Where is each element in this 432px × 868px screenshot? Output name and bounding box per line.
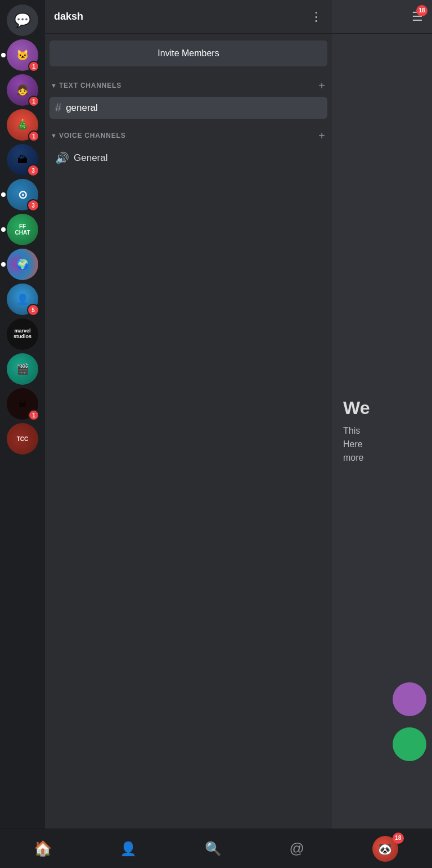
hash-icon: #	[55, 101, 61, 114]
unread-badge: 1	[28, 410, 39, 421]
server-icon-ff[interactable]: FFCHAT	[7, 214, 38, 245]
server-icon-film[interactable]: 🎬	[7, 353, 38, 385]
channel-general[interactable]: # general	[50, 97, 327, 119]
server-icon-anime2[interactable]: 👤 5	[7, 284, 38, 315]
server-icon-pirate[interactable]: 🖥 ☠ 1	[7, 388, 38, 420]
search-icon: 🔍	[205, 841, 222, 857]
friends-icon: 👤	[120, 841, 137, 857]
nav-mentions[interactable]: @	[290, 840, 304, 857]
text-channels-label: TEXT CHANNELS	[59, 82, 122, 89]
unread-badge: 1	[28, 131, 39, 142]
nav-search[interactable]: 🔍	[205, 841, 222, 857]
unread-badge: 5	[27, 304, 39, 316]
hamburger-menu-button[interactable]: ☰ 18	[412, 10, 423, 24]
server-panel: daksh ⋮ Invite Members ▼ TEXT CHANNELS +…	[45, 0, 332, 829]
server-icon-marvel[interactable]: marvelstudios	[7, 318, 38, 350]
server-icon-4[interactable]: 🖥 🏔 3	[7, 144, 38, 176]
channel-name-voice-general: General	[74, 152, 107, 164]
welcome-line-3: more	[343, 451, 363, 465]
active-indicator	[1, 53, 6, 57]
home-icon: 🏠	[34, 840, 52, 857]
active-indicator	[1, 192, 6, 197]
collapse-chevron: ▼	[51, 82, 57, 89]
dm-icon: 💬	[14, 12, 31, 28]
nav-profile[interactable]: 🐼 18	[372, 836, 398, 862]
welcome-line-1: This	[343, 424, 363, 438]
server-menu-button[interactable]: ⋮	[310, 10, 323, 24]
welcome-title: We	[343, 398, 370, 419]
menu-notification-badge: 18	[416, 5, 428, 16]
profile-notification-badge: 18	[393, 833, 404, 844]
active-indicator	[1, 227, 6, 232]
server-sidebar: 💬 🐱 1 👧 1 🖥 🎄 1 🖥 🏔 3 ⊙ 3	[0, 0, 45, 829]
voice-channels-category[interactable]: ▼ VOICE CHANNELS +	[50, 128, 327, 143]
server-name: daksh	[54, 11, 83, 23]
mentions-icon: @	[290, 840, 304, 857]
welcome-line-2: Here	[343, 438, 363, 451]
add-text-channel-button[interactable]: +	[318, 80, 325, 91]
channel-name-general: general	[66, 102, 98, 114]
server-icon-1[interactable]: 🐱 1	[7, 39, 38, 71]
unread-badge: 3	[27, 199, 39, 212]
server-icon-5[interactable]: ⊙ 3	[7, 179, 38, 210]
chat-header: ☰ 18	[332, 0, 432, 34]
invite-members-button[interactable]: Invite Members	[50, 41, 327, 66]
bottom-navigation: 🏠 👤 🔍 @ 🐼 18	[0, 829, 432, 868]
speaker-icon: 🔊	[55, 151, 69, 165]
nav-home[interactable]: 🏠	[34, 840, 52, 857]
server-icon-2[interactable]: 👧 1	[7, 74, 38, 106]
server-content: Invite Members ▼ TEXT CHANNELS + # gener…	[45, 34, 332, 829]
purple-avatar	[393, 682, 426, 716]
nav-friends[interactable]: 👤	[120, 841, 137, 857]
active-indicator	[1, 262, 6, 267]
server-icon-3[interactable]: 🖥 🎄 1	[7, 109, 38, 141]
green-avatar	[393, 727, 426, 761]
unread-badge: 1	[28, 96, 39, 107]
direct-messages-button[interactable]: 💬	[7, 5, 38, 36]
add-voice-channel-button[interactable]: +	[318, 130, 325, 141]
voice-channels-label: VOICE CHANNELS	[59, 132, 126, 140]
server-icon-colorful[interactable]: 🌍	[7, 249, 38, 280]
main-chat-area: ☰ 18 We This Here more	[332, 0, 432, 829]
unread-badge: 3	[27, 164, 39, 177]
text-channels-category[interactable]: ▼ TEXT CHANNELS +	[50, 78, 327, 93]
channel-voice-general[interactable]: 🔊 General	[50, 147, 327, 169]
server-header: daksh ⋮	[45, 0, 332, 34]
unread-badge: 1	[28, 61, 39, 72]
server-icon-tcc[interactable]: TCC	[7, 423, 38, 455]
collapse-chevron: ▼	[51, 132, 57, 139]
